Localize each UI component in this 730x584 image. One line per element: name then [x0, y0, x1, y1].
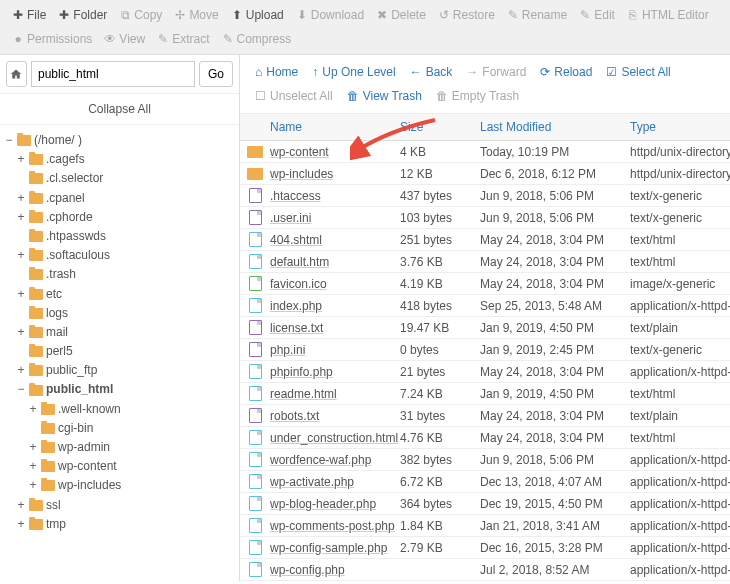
tree-node[interactable]: +.cphorde — [4, 208, 235, 227]
view-trash-button[interactable]: 🗑View Trash — [340, 85, 429, 107]
tree-node[interactable]: .htpasswds — [4, 227, 235, 246]
table-row[interactable]: wp-comments-post.php1.84 KBJan 21, 2018,… — [240, 515, 730, 537]
file-icon — [249, 562, 262, 577]
tree-toggle[interactable]: + — [28, 476, 38, 495]
file-modified: Jan 21, 2018, 3:41 AM — [480, 519, 630, 533]
file-name: readme.html — [270, 387, 400, 401]
tree-node[interactable]: .cl.selector — [4, 169, 235, 188]
select-all-button[interactable]: ☑Select All — [599, 61, 677, 83]
tree-node[interactable]: +tmp — [4, 515, 235, 534]
tree-label: perl5 — [46, 342, 73, 361]
tree-node[interactable]: perl5 — [4, 342, 235, 361]
tree-toggle[interactable]: + — [16, 246, 26, 265]
column-name[interactable]: Name — [240, 120, 400, 134]
path-input[interactable] — [31, 61, 195, 87]
folder-icon — [41, 404, 55, 415]
tree-node[interactable]: cgi-bin — [4, 419, 235, 438]
tree-toggle[interactable]: + — [28, 438, 38, 457]
table-row[interactable]: wp-content4 KBToday, 10:19 PMhttpd/unix-… — [240, 141, 730, 163]
table-row[interactable]: robots.txt31 bytesMay 24, 2018, 3:04 PMt… — [240, 405, 730, 427]
forward-button: →Forward — [459, 61, 533, 83]
home-button[interactable]: ⌂Home — [248, 61, 305, 83]
table-row[interactable]: 404.shtml251 bytesMay 24, 2018, 3:04 PMt… — [240, 229, 730, 251]
table-row[interactable]: wp-activate.php6.72 KBDec 13, 2018, 4:07… — [240, 471, 730, 493]
tree-node[interactable]: +ssl — [4, 496, 235, 515]
tree-toggle[interactable]: + — [16, 150, 26, 169]
tree-node[interactable]: +public_ftp — [4, 361, 235, 380]
collapse-all-button[interactable]: Collapse All — [0, 94, 239, 125]
file-type: text/x-generic — [630, 189, 730, 203]
tree-toggle[interactable]: + — [16, 208, 26, 227]
tree-node[interactable]: +.softaculous — [4, 246, 235, 265]
table-row[interactable]: under_construction.html4.76 KBMay 24, 20… — [240, 427, 730, 449]
file-icon — [249, 232, 262, 247]
tree-node[interactable]: .trash — [4, 265, 235, 284]
tree-toggle[interactable]: + — [28, 457, 38, 476]
go-button[interactable]: Go — [199, 61, 233, 87]
table-row[interactable]: wp-blog-header.php364 bytesDec 19, 2015,… — [240, 493, 730, 515]
file-size: 6.72 KB — [400, 475, 480, 489]
table-row[interactable]: readme.html7.24 KBJan 9, 2019, 4:50 PMte… — [240, 383, 730, 405]
tree-node[interactable]: −(/home/ ) — [4, 131, 235, 150]
tree-toggle[interactable]: + — [16, 496, 26, 515]
up-one-level-button[interactable]: ↑Up One Level — [305, 61, 402, 83]
tree-node[interactable]: +wp-includes — [4, 476, 235, 495]
extract-icon: ✎ — [157, 33, 169, 45]
folder-icon — [29, 308, 43, 319]
file-modified: May 24, 2018, 3:04 PM — [480, 409, 630, 423]
tree-node[interactable]: +etc — [4, 285, 235, 304]
column-size[interactable]: Size — [400, 120, 480, 134]
tree-toggle[interactable]: + — [16, 285, 26, 304]
table-row[interactable]: index.php418 bytesSep 25, 2013, 5:48 AMa… — [240, 295, 730, 317]
table-row[interactable]: .user.ini103 bytesJun 9, 2018, 5:06 PMte… — [240, 207, 730, 229]
tree-toggle[interactable]: − — [16, 380, 26, 399]
file-button[interactable]: ✚File — [6, 4, 52, 26]
back-button[interactable]: ←Back — [403, 61, 460, 83]
table-row[interactable]: wp-config-sample.php2.79 KBDec 16, 2015,… — [240, 537, 730, 559]
file-modified: May 24, 2018, 3:04 PM — [480, 365, 630, 379]
tree-node[interactable]: +.cagefs — [4, 150, 235, 169]
upload-button[interactable]: ⬆Upload — [225, 4, 290, 26]
table-row[interactable]: default.htm3.76 KBMay 24, 2018, 3:04 PMt… — [240, 251, 730, 273]
column-modified[interactable]: Last Modified — [480, 120, 630, 134]
tree-toggle[interactable]: + — [28, 400, 38, 419]
file-type: httpd/unix-directory — [630, 145, 730, 159]
folder-button[interactable]: ✚Folder — [52, 4, 113, 26]
table-row[interactable]: wordfence-waf.php382 bytesJun 9, 2018, 5… — [240, 449, 730, 471]
tree-node[interactable]: +wp-admin — [4, 438, 235, 457]
tree-node[interactable]: +wp-content — [4, 457, 235, 476]
file-icon — [249, 188, 262, 203]
check-icon: ☑ — [606, 65, 617, 79]
file-modified: May 24, 2018, 3:04 PM — [480, 431, 630, 445]
tree-toggle[interactable]: + — [16, 323, 26, 342]
file-type: text/plain — [630, 321, 730, 335]
tree-toggle[interactable]: + — [16, 361, 26, 380]
tree-node[interactable]: +mail — [4, 323, 235, 342]
file-type: application/x-httpd-p — [630, 519, 730, 533]
folder-icon — [247, 168, 263, 180]
folder-tree: −(/home/ )+.cagefs.cl.selector+.cpanel+.… — [0, 125, 239, 540]
tree-node[interactable]: −public_html — [4, 380, 235, 399]
tree-node[interactable]: +.well-known — [4, 400, 235, 419]
table-row[interactable]: php.ini0 bytesJan 9, 2019, 2:45 PMtext/x… — [240, 339, 730, 361]
table-row[interactable]: wp-includes12 KBDec 6, 2018, 6:12 PMhttp… — [240, 163, 730, 185]
reload-button[interactable]: ⟳Reload — [533, 61, 599, 83]
tree-toggle[interactable]: + — [16, 189, 26, 208]
file-name: wp-config.php — [270, 563, 400, 577]
tree-node[interactable]: +.cpanel — [4, 189, 235, 208]
table-row[interactable]: license.txt19.47 KBJan 9, 2019, 4:50 PMt… — [240, 317, 730, 339]
unselect-all-button: ☐Unselect All — [248, 85, 340, 107]
tree-label: wp-admin — [58, 438, 110, 457]
table-row[interactable]: .htaccess437 bytesJun 9, 2018, 5:06 PMte… — [240, 185, 730, 207]
table-row[interactable]: phpinfo.php21 bytesMay 24, 2018, 3:04 PM… — [240, 361, 730, 383]
home-button[interactable] — [6, 61, 27, 87]
download-button: ⬇Download — [290, 4, 370, 26]
tree-toggle[interactable]: − — [4, 131, 14, 150]
table-row[interactable]: wp-config.phpJul 2, 2018, 8:52 AMapplica… — [240, 559, 730, 581]
file-type: text/html — [630, 431, 730, 445]
tree-node[interactable]: logs — [4, 304, 235, 323]
tree-label: logs — [46, 304, 68, 323]
table-row[interactable]: favicon.ico4.19 KBMay 24, 2018, 3:04 PMi… — [240, 273, 730, 295]
tree-toggle[interactable]: + — [16, 515, 26, 534]
column-type[interactable]: Type — [630, 120, 730, 134]
